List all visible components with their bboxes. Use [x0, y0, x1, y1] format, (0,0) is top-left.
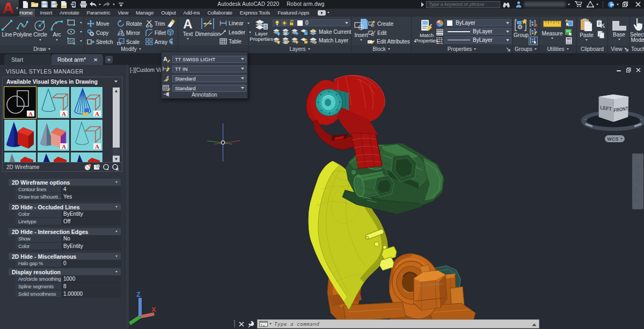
- property-row[interactable]: Halo gap %0: [16, 260, 121, 267]
- erase-button[interactable]: [166, 19, 175, 27]
- stretch-button[interactable]: Stretch: [87, 38, 113, 46]
- dimension-button[interactable]: Dimension: [195, 17, 220, 37]
- app-manager-icon[interactable]: [587, 1, 594, 8]
- section-header[interactable]: 2D Hide - Intersection Edges: [9, 228, 121, 235]
- dimension-style-dropdown[interactable]: TT IN: [172, 65, 246, 72]
- create-style-icon[interactable]: [84, 164, 91, 171]
- connect-media-button[interactable]: [318, 10, 330, 16]
- scale-button[interactable]: Scale: [117, 38, 140, 46]
- ribbon-tab-insert[interactable]: Insert: [38, 9, 55, 17]
- groups-panel-label[interactable]: Groups: [513, 45, 539, 53]
- signin-caret-icon[interactable]: [568, 4, 570, 5]
- ribbon-tab-home[interactable]: Home: [17, 9, 35, 17]
- match-layer-button[interactable]: Match Layer: [309, 37, 348, 44]
- edit-attributes-button[interactable]: Edit Attributes: [367, 38, 416, 45]
- ellipse-button[interactable]: [67, 28, 82, 35]
- paste-button[interactable]: Paste: [579, 18, 595, 41]
- color-wheel-button[interactable]: [436, 20, 443, 27]
- ribbon-tab-addins[interactable]: Add-ins: [181, 9, 202, 17]
- style-thumb-partial-2[interactable]: [37, 152, 70, 163]
- circle-button[interactable]: Circle: [33, 19, 48, 41]
- wcs-button[interactable]: WCS: [605, 135, 625, 142]
- ribbon-tab-parametric[interactable]: Parametric: [85, 9, 113, 17]
- touch-panel-label[interactable]: Touch: [630, 45, 644, 53]
- layer-unisolate-button[interactable]: [282, 37, 290, 44]
- layer-freeze-button[interactable]: [291, 28, 299, 35]
- command-window-icon[interactable]: [259, 321, 268, 327]
- match-properties-button[interactable]: Match Properties: [416, 19, 437, 43]
- layer-thaw-button[interactable]: [291, 37, 299, 44]
- layer-off-button[interactable]: [273, 28, 281, 35]
- new-tab-button[interactable]: +: [105, 56, 113, 63]
- store-cart-icon[interactable]: [575, 1, 582, 8]
- new-file-button[interactable]: [21, 1, 29, 8]
- style-thumb-wireframe[interactable]: A: [37, 86, 70, 119]
- copy-clip-button[interactable]: [597, 31, 605, 39]
- scroll-up-icon[interactable]: ▲: [113, 87, 120, 94]
- group-selection-toggle-button[interactable]: [529, 36, 538, 45]
- arc-button[interactable]: Arc: [50, 19, 64, 41]
- layer-unlock-button[interactable]: [300, 37, 308, 44]
- scrollbar-thumb[interactable]: [113, 94, 120, 148]
- properties-panel-label[interactable]: Properties: [412, 45, 512, 53]
- copy-button[interactable]: Copy: [87, 29, 108, 36]
- property-row[interactable]: Contour lines4: [16, 186, 121, 193]
- layer-isolate-button[interactable]: [282, 28, 290, 35]
- viewport-label[interactable]: [-][Custom Vie: [130, 67, 164, 73]
- minimize-button[interactable]: [610, 2, 617, 7]
- rotate-button[interactable]: Rotate: [117, 20, 142, 27]
- line-button[interactable]: Line: [0, 19, 14, 38]
- available-styles-header[interactable]: Available Visual Styles in Drawing: [3, 77, 122, 86]
- style-thumb-2d-wireframe[interactable]: A: [4, 86, 36, 119]
- leader-button[interactable]: Leader: [219, 29, 251, 35]
- file-tab-robot-arm[interactable]: Robot arm*✕: [52, 54, 103, 65]
- draw-panel-label[interactable]: Draw: [0, 45, 84, 53]
- block-panel-label[interactable]: Block: [352, 45, 411, 53]
- property-row[interactable]: ColorByEntity: [16, 243, 121, 250]
- style-thumb-partial-1[interactable]: [4, 152, 36, 163]
- lineweight-list-button[interactable]: [436, 28, 443, 35]
- make-current-button[interactable]: Make Current: [309, 28, 352, 35]
- undo-button[interactable]: [89, 1, 97, 8]
- apply-style-icon[interactable]: [93, 164, 100, 171]
- ribbon-tab-annotate[interactable]: Annotate: [57, 9, 81, 17]
- explode-button[interactable]: [166, 28, 174, 36]
- offset-button[interactable]: [166, 38, 174, 45]
- command-customize-wrench-icon[interactable]: [247, 321, 254, 327]
- autocad-app-menu-button[interactable]: [0, 0, 19, 16]
- clipboard-panel-label[interactable]: Clipboard: [577, 45, 608, 53]
- dwg-restore-icon[interactable]: [626, 68, 631, 72]
- ungroup-button[interactable]: [530, 20, 537, 27]
- signin-user-icon[interactable]: [516, 1, 522, 8]
- style-thumb-partial-3[interactable]: [70, 152, 103, 163]
- ribbon-tab-manage[interactable]: Manage: [134, 9, 156, 17]
- dwg-minimize-icon[interactable]: [617, 68, 621, 72]
- section-header[interactable]: 2D Wireframe options: [9, 179, 121, 186]
- property-row[interactable]: Arc/circle smoothing1000: [16, 275, 121, 283]
- section-header[interactable]: 2D Hide - Occluded Lines: [9, 203, 121, 210]
- app-manager-caret-icon[interactable]: [596, 4, 598, 5]
- block-edit-button[interactable]: Edit: [368, 30, 386, 36]
- ribbon-tab-collaborate[interactable]: Collaborate: [205, 9, 234, 17]
- linetype-list-button[interactable]: [436, 37, 443, 44]
- restore-button[interactable]: [623, 2, 630, 7]
- text-style-dropdown[interactable]: TT SWISS LIGHT: [172, 56, 246, 63]
- cut-button[interactable]: [596, 20, 605, 28]
- measure-button[interactable]: Measure: [541, 20, 563, 39]
- select-mode-button[interactable]: Select Mode: [631, 18, 644, 43]
- print-button[interactable]: [79, 1, 87, 8]
- command-close-icon[interactable]: [239, 321, 244, 327]
- share-device-button[interactable]: [70, 1, 77, 8]
- search-binoculars-icon[interactable]: [502, 2, 510, 8]
- ribbon-tab-express-tools[interactable]: Express Tools: [238, 9, 272, 17]
- property-row[interactable]: ShowNo: [16, 235, 121, 243]
- search-input[interactable]: [426, 1, 500, 8]
- style-thumb-hidden[interactable]: A: [70, 86, 103, 119]
- palette-grip-strip[interactable]: [125, 65, 129, 329]
- delete-style-icon[interactable]: [112, 164, 119, 171]
- property-row[interactable]: ColorByEntity: [16, 210, 121, 218]
- open-file-button[interactable]: [31, 1, 39, 8]
- plot-sheet-button[interactable]: [60, 1, 68, 8]
- table-button[interactable]: Table: [219, 38, 241, 45]
- layer-properties-button[interactable]: Layer Properties: [252, 19, 271, 42]
